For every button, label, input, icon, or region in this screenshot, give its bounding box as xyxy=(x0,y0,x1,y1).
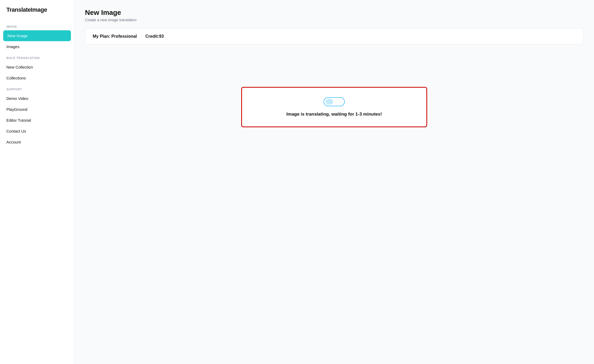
sidebar-item-account[interactable]: Account xyxy=(0,137,74,147)
sidebar-item-new-collection[interactable]: New Collection xyxy=(0,62,74,73)
sidebar-item-collections[interactable]: Collections xyxy=(0,73,74,83)
translation-status-box: Image is translating, waiting for 1-3 mi… xyxy=(241,87,427,127)
plan-card: My Plan: Professional Credit:93 xyxy=(85,28,583,44)
sidebar-section-bulk-translation: BULK TRANSLATION xyxy=(0,52,74,62)
loading-spinner xyxy=(324,97,345,106)
sidebar-item-contact-us[interactable]: Contact Us xyxy=(0,126,74,137)
sidebar: TranslateImage IMAGE New Image Images BU… xyxy=(0,0,74,364)
sidebar-item-new-image[interactable]: New Image xyxy=(3,30,71,41)
page-title: New Image xyxy=(85,9,583,17)
sidebar-item-editor-tutorial[interactable]: Editor Tutorial xyxy=(0,115,74,126)
sidebar-item-images[interactable]: Images xyxy=(0,41,74,52)
sidebar-section-support: SUPPORT xyxy=(0,83,74,93)
main-content: New Image Create a new image translation… xyxy=(74,0,594,364)
credit-label: Credit:93 xyxy=(145,34,164,39)
page-subtitle: Create a new image translation xyxy=(85,18,583,22)
app-logo: TranslateImage xyxy=(0,6,74,21)
sidebar-section-image: IMAGE xyxy=(0,21,74,30)
sidebar-item-playground[interactable]: PlayGround xyxy=(0,104,74,115)
plan-label: My Plan: Professional xyxy=(93,34,137,39)
status-message: Image is translating, waiting for 1-3 mi… xyxy=(286,112,382,117)
sidebar-item-demo-video[interactable]: Demo Video xyxy=(0,93,74,104)
